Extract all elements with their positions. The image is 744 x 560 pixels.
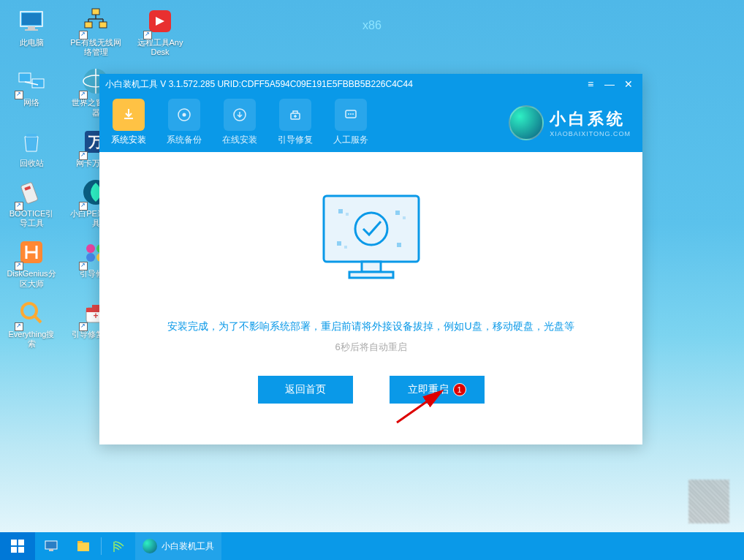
desktop-icon-everything[interactable]: Everything搜索 <box>6 298 57 349</box>
download-circle-icon <box>224 99 256 131</box>
svg-point-43 <box>350 113 352 115</box>
svg-rect-65 <box>77 541 83 543</box>
x86-label: x86 <box>362 19 382 32</box>
minimize-icon[interactable]: — <box>601 76 618 92</box>
taskbar-display-icon[interactable] <box>35 532 67 560</box>
brand-title: 小白系统 <box>550 108 631 130</box>
disc-icon <box>168 99 200 131</box>
desktop-icon-bootice[interactable]: BOOTICE引导工具 <box>6 177 57 228</box>
svg-rect-45 <box>324 196 419 262</box>
brand-area: 小白系统 XIAOBAIXITONG.COM <box>509 105 631 140</box>
app-icon <box>143 539 157 553</box>
svg-line-30 <box>34 316 41 322</box>
svg-point-44 <box>352 113 354 115</box>
desktop-icon-diskgenius[interactable]: DiskGenius分区大师 <box>6 237 57 288</box>
desktop-icon-network[interactable]: 网络 <box>6 66 57 117</box>
brand-subtitle: XIAOBAIXITONG.COM <box>550 130 631 137</box>
svg-rect-62 <box>45 541 57 549</box>
back-home-button[interactable]: 返回首页 <box>258 376 353 404</box>
window-title: 小白装机工具 V 3.1.572.285 URID:CDFF5A594C09E1… <box>105 78 580 91</box>
svg-rect-2 <box>28 26 35 29</box>
svg-rect-63 <box>49 549 53 551</box>
download-icon <box>113 99 145 131</box>
svg-rect-18 <box>26 134 37 137</box>
svg-rect-52 <box>344 246 347 249</box>
svg-rect-5 <box>85 22 92 28</box>
svg-point-36 <box>183 113 186 117</box>
svg-rect-60 <box>11 547 17 553</box>
svg-rect-54 <box>362 262 381 272</box>
svg-text:+: + <box>93 311 98 321</box>
completion-message: 安装完成，为了不影响系统部署，重启前请将外接设备拔掉，例如U盘，移动硬盘，光盘等 <box>167 320 574 333</box>
nav-row: 系统安装 系统备份 在线安装 引导修复 人工服务 小白系统 <box>99 94 642 152</box>
app-window: 小白装机工具 V 3.1.572.285 URID:CDFF5A594C09E1… <box>99 74 642 444</box>
menu-icon[interactable]: ≡ <box>582 76 599 92</box>
svg-rect-61 <box>18 547 24 553</box>
svg-rect-50 <box>403 216 406 219</box>
svg-rect-4 <box>92 9 99 15</box>
svg-rect-58 <box>11 540 17 545</box>
taskbar: 小白装机工具 <box>0 532 744 560</box>
desktop-icon-anydesk[interactable]: 远程工具AnyDesk <box>134 6 186 57</box>
qr-code <box>688 480 729 523</box>
window-header: 小白装机工具 V 3.1.572.285 URID:CDFF5A594C09E1… <box>99 74 642 152</box>
svg-rect-33 <box>92 305 99 308</box>
window-body: 安装完成，为了不影响系统部署，重启前请将外接设备拔掉，例如U盘，移动硬盘，光盘等… <box>99 152 642 444</box>
svg-point-27 <box>86 253 95 262</box>
nav-online-install[interactable]: 在线安装 <box>222 99 257 146</box>
nav-manual-service[interactable]: 人工服务 <box>333 99 368 146</box>
badge-1-icon: 1 <box>453 383 466 396</box>
desktop-icon-pe-network[interactable]: PE有线无线网络管理 <box>70 6 121 57</box>
svg-rect-59 <box>18 540 24 545</box>
svg-rect-12 <box>19 73 31 82</box>
svg-rect-21 <box>20 182 38 204</box>
countdown-message: 6秒后将自动重启 <box>335 341 406 354</box>
close-icon[interactable]: ✕ <box>620 76 637 92</box>
brand-logo-icon <box>509 105 544 140</box>
svg-rect-48 <box>346 213 349 216</box>
chat-icon <box>335 99 367 131</box>
toolbox-icon <box>279 99 311 131</box>
restart-now-button[interactable]: 立即重启 1 <box>390 376 485 404</box>
svg-rect-64 <box>77 542 89 551</box>
svg-rect-53 <box>397 243 401 247</box>
taskbar-wifi-icon[interactable] <box>103 532 135 560</box>
taskbar-app-button[interactable]: 小白装机工具 <box>135 532 221 560</box>
svg-point-42 <box>348 113 349 115</box>
taskbar-explorer-icon[interactable] <box>67 532 99 560</box>
svg-rect-6 <box>99 22 107 28</box>
desktop-icon-recycle[interactable]: 回收站 <box>6 126 57 168</box>
svg-rect-55 <box>349 272 393 278</box>
nav-boot-repair[interactable]: 引导修复 <box>278 99 313 146</box>
svg-rect-49 <box>395 211 400 215</box>
svg-rect-3 <box>25 29 38 31</box>
svg-rect-47 <box>338 209 343 213</box>
svg-rect-51 <box>337 241 341 246</box>
nav-system-install[interactable]: 系统安装 <box>111 99 146 146</box>
monitor-illustration <box>309 189 433 291</box>
start-button[interactable] <box>0 532 35 560</box>
svg-point-25 <box>86 244 95 253</box>
svg-rect-1 <box>22 13 41 25</box>
desktop-icon-this-pc[interactable]: 此电脑 <box>6 6 57 57</box>
nav-system-backup[interactable]: 系统备份 <box>167 99 202 146</box>
